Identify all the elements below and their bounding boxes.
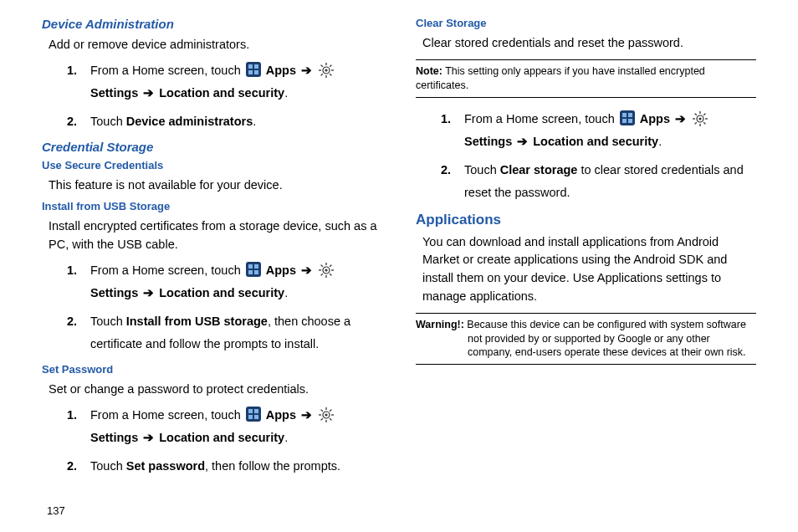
bold-term: Clear storage xyxy=(500,163,578,176)
paragraph: Install encrypted certificates from a st… xyxy=(49,217,382,254)
settings-icon xyxy=(319,407,334,422)
page-number: 137 xyxy=(47,504,65,517)
arrow-icon: ➔ xyxy=(141,286,156,299)
step-suffix: , then follow the prompts. xyxy=(205,459,340,473)
apps-icon xyxy=(246,62,261,77)
step-text: Touch xyxy=(90,115,126,128)
warning-label: Warning!: xyxy=(416,319,464,330)
apps-label: Apps xyxy=(266,408,296,422)
paragraph: You can download and install application… xyxy=(422,233,756,306)
note-text: This setting only appears if you have in… xyxy=(416,65,705,91)
heading-applications: Applications xyxy=(416,212,756,228)
step-text: Touch xyxy=(90,459,126,473)
apps-label: Apps xyxy=(640,112,670,125)
arrow-icon: ➔ xyxy=(141,431,156,444)
step-item: Touch Device administrators. xyxy=(67,110,382,134)
paragraph: Clear stored credentials and reset the p… xyxy=(422,34,756,53)
location-security-label: Location and security xyxy=(159,286,284,299)
step-item: From a Home screen, touch Apps ➔ Setting… xyxy=(67,404,382,450)
steps-list: From a Home screen, touch Apps ➔ Setting… xyxy=(67,404,382,478)
step-item: Touch Clear storage to clear stored cred… xyxy=(441,159,756,205)
arrow-icon: ➔ xyxy=(299,408,314,422)
left-column: Device Administration Add or remove devi… xyxy=(42,17,382,484)
warning-box: Warning!: Because this device can be con… xyxy=(416,313,756,366)
arrow-icon: ➔ xyxy=(299,263,314,277)
subheading-install-usb: Install from USB Storage xyxy=(42,200,382,212)
arrow-icon: ➔ xyxy=(141,86,156,100)
heading-credential-storage: Credential Storage xyxy=(42,140,382,154)
location-security-label: Location and security xyxy=(159,86,284,100)
step-item: From a Home screen, touch Apps ➔ Setting… xyxy=(67,59,382,105)
step-text: From a Home screen, touch xyxy=(90,64,244,77)
step-text: Touch xyxy=(90,315,126,328)
apps-icon xyxy=(246,407,261,422)
location-security-label: Location and security xyxy=(533,135,658,148)
apps-label: Apps xyxy=(266,64,296,77)
right-column: Clear Storage Clear stored credentials a… xyxy=(416,17,756,484)
arrow-icon: ➔ xyxy=(515,135,529,148)
paragraph: Set or change a password to protect cred… xyxy=(49,381,382,399)
arrow-icon: ➔ xyxy=(299,64,314,77)
warning-text: Because this device can be configured wi… xyxy=(464,319,746,359)
subheading-set-password: Set Password xyxy=(42,363,382,376)
steps-list: From a Home screen, touch Apps ➔ Setting… xyxy=(441,108,756,205)
subheading-clear-storage: Clear Storage xyxy=(416,17,756,29)
steps-list: From a Home screen, touch Apps ➔ Setting… xyxy=(67,59,382,134)
step-text: From a Home screen, touch xyxy=(90,263,244,277)
settings-label: Settings xyxy=(464,135,512,148)
step-item: From a Home screen, touch Apps ➔ Setting… xyxy=(441,108,756,154)
settings-icon xyxy=(319,63,334,78)
step-item: Touch Install from USB storage, then cho… xyxy=(67,310,382,356)
subheading-secure-creds: Use Secure Credentials xyxy=(42,159,382,171)
settings-icon xyxy=(693,111,708,126)
location-security-label: Location and security xyxy=(159,431,284,444)
note-label: Note: xyxy=(416,65,442,77)
settings-icon xyxy=(319,263,334,278)
step-item: From a Home screen, touch Apps ➔ Setting… xyxy=(67,259,382,305)
bold-term: Device administrators xyxy=(126,115,253,128)
arrow-icon: ➔ xyxy=(673,112,688,125)
heading-device-admin: Device Administration xyxy=(42,17,382,31)
step-text: From a Home screen, touch xyxy=(90,408,244,422)
steps-list: From a Home screen, touch Apps ➔ Setting… xyxy=(67,259,382,356)
settings-label: Settings xyxy=(90,86,138,100)
step-text: From a Home screen, touch xyxy=(464,112,618,125)
settings-label: Settings xyxy=(90,286,138,299)
bold-term: Install from USB storage xyxy=(126,315,268,328)
apps-icon xyxy=(620,110,635,125)
apps-icon xyxy=(246,262,261,277)
note-box: Note: This setting only appears if you h… xyxy=(416,59,756,98)
paragraph: Add or remove device administrators. xyxy=(49,36,382,54)
bold-term: Set password xyxy=(126,459,205,473)
step-text: Touch xyxy=(464,163,500,176)
settings-label: Settings xyxy=(90,431,138,444)
step-item: Touch Set password, then follow the prom… xyxy=(67,455,382,478)
paragraph: This feature is not available for your d… xyxy=(49,176,382,195)
apps-label: Apps xyxy=(266,263,296,277)
